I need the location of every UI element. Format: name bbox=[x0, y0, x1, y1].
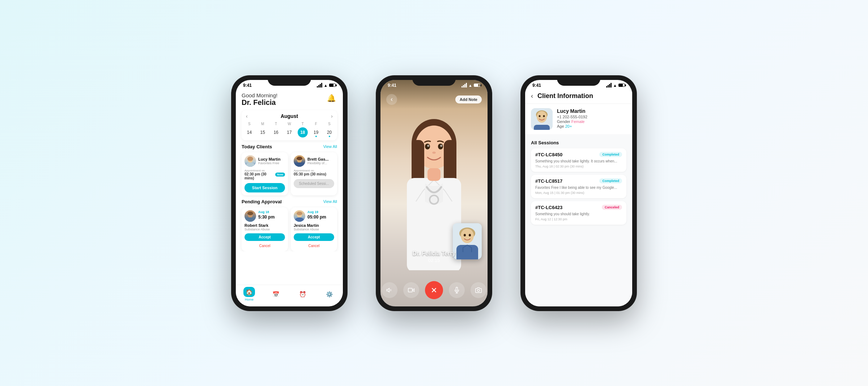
svg-rect-23 bbox=[427, 168, 441, 181]
calendar-icon: 📅 bbox=[270, 289, 282, 299]
today-clients-header: Today Clients View All bbox=[242, 144, 337, 149]
robert-header: Aug 18 5:30 pm bbox=[244, 210, 285, 222]
bell-icon[interactable]: 🔔 bbox=[326, 92, 337, 104]
signal-icon-3 bbox=[606, 83, 612, 88]
status-icons-3: ▲ bbox=[606, 83, 625, 88]
speaker-button[interactable] bbox=[382, 282, 397, 298]
cal-day-20[interactable]: 20 bbox=[324, 127, 335, 137]
add-note-button[interactable]: Add Note bbox=[455, 96, 482, 103]
video-background bbox=[380, 80, 488, 306]
svg-point-4 bbox=[297, 157, 302, 160]
session-2-desc: Something you should take lightly. bbox=[535, 212, 622, 216]
session-0-time: Thu, Aug 18 | 02:30 pm (30 mins) bbox=[535, 165, 622, 168]
brett-appt-row: Appointment on 05:30 pm (30 mins) bbox=[294, 169, 334, 176]
pending-card-robert: Aug 18 5:30 pm Robert Stark Substance Ab… bbox=[242, 207, 288, 251]
wifi-icon-1: ▲ bbox=[324, 83, 328, 88]
notch-3 bbox=[557, 76, 600, 86]
session-1-time: Mon, Aug 15 | 01:30 pm (30 mins) bbox=[535, 191, 622, 195]
signal-icon-2 bbox=[461, 83, 467, 88]
client-profile-avatar bbox=[531, 108, 553, 130]
mic-button[interactable] bbox=[449, 282, 465, 298]
session-1-id: #TC-LC8517 bbox=[535, 178, 562, 184]
robert-avatar bbox=[244, 210, 256, 222]
robert-accept-button[interactable]: Accept bbox=[244, 233, 285, 241]
now-badge: Now bbox=[275, 173, 285, 177]
dashboard-content: Good Morning! Dr. Felicia 🔔 ‹ August › S… bbox=[236, 89, 343, 251]
session-card-1[interactable]: #TC-LC8517 Completed Favorites Free I li… bbox=[531, 175, 626, 198]
svg-point-37 bbox=[477, 289, 480, 291]
session-card-2[interactable]: #TC-LC6423 Canceled Something you should… bbox=[531, 201, 626, 225]
svg-point-8 bbox=[246, 217, 255, 222]
svg-point-5 bbox=[295, 162, 304, 167]
brett-name: Brett Gas... bbox=[307, 157, 329, 161]
cal-next-btn[interactable]: › bbox=[331, 113, 333, 119]
robert-text: Aug 18 5:30 pm bbox=[258, 210, 275, 222]
lucy-appt-row: Appointment on 02:30 pm (30 mins) Now bbox=[244, 169, 285, 180]
lucy-card-header: Lucy Martin Favorites Free bbox=[244, 155, 285, 167]
session-card-0[interactable]: #TC-LC8450 Completed Something you shoul… bbox=[531, 148, 626, 172]
nav-calendar[interactable]: 📅 bbox=[270, 289, 282, 299]
cal-day-17[interactable]: 17 bbox=[284, 127, 294, 137]
jesica-cancel-button[interactable]: Cancel bbox=[294, 244, 334, 248]
battery-icon-1 bbox=[329, 84, 336, 87]
jesica-accept-button[interactable]: Accept bbox=[294, 233, 334, 241]
client-info-content: ‹ Client Information bbox=[525, 89, 632, 306]
end-call-button[interactable] bbox=[425, 281, 443, 299]
robert-cancel-button[interactable]: Cancel bbox=[244, 244, 285, 248]
wifi-icon-3: ▲ bbox=[613, 83, 617, 88]
phone-dashboard: 9:41 ▲ Good Morning! Dr. Felicia 🔔 bbox=[231, 76, 347, 311]
svg-point-1 bbox=[247, 157, 253, 161]
calendar-header: ‹ August › bbox=[243, 113, 336, 121]
jesica-avatar bbox=[294, 210, 305, 222]
caller-name: Dr. Felicia Terry bbox=[380, 250, 488, 257]
svg-point-40 bbox=[537, 111, 547, 123]
session-0-status: Completed bbox=[599, 152, 622, 157]
svg-point-7 bbox=[247, 212, 253, 215]
lucy-info: Lucy Martin Favorites Free bbox=[258, 157, 281, 165]
video-toggle-button[interactable] bbox=[403, 282, 419, 298]
screen-video: ‹ Add Note bbox=[380, 80, 488, 306]
call-timer: 02:15 bbox=[380, 258, 488, 263]
svg-point-2 bbox=[246, 162, 255, 167]
cal-day-15[interactable]: 15 bbox=[258, 127, 268, 137]
svg-point-42 bbox=[543, 115, 545, 117]
session-0-desc: Something you should take lightly. It oc… bbox=[535, 159, 622, 164]
client-age-value: 20+ bbox=[565, 124, 572, 128]
svg-marker-30 bbox=[387, 288, 390, 292]
pending-view-all[interactable]: View All bbox=[323, 199, 337, 204]
lucy-subtitle: Favorites Free bbox=[258, 161, 281, 165]
svg-point-26 bbox=[461, 229, 474, 243]
nav-home[interactable]: 🏠 Home bbox=[243, 287, 255, 301]
settings-icon: ⚙️ bbox=[324, 289, 335, 299]
session-1-header: #TC-LC8517 Completed bbox=[535, 178, 622, 184]
phone-video: ‹ Add Note bbox=[376, 76, 492, 311]
video-back-button[interactable]: ‹ bbox=[386, 94, 397, 105]
greeting-text: Good Morning! Dr. Felicia bbox=[242, 92, 277, 107]
scheduled-session-button[interactable]: Scheduled Sessi... bbox=[294, 179, 334, 188]
client-gender-value: Female bbox=[571, 119, 585, 124]
cal-day-19[interactable]: 19 bbox=[311, 127, 321, 137]
cal-day-16[interactable]: 16 bbox=[271, 127, 281, 137]
cal-day-14[interactable]: 14 bbox=[244, 127, 254, 137]
clock-icon: ⏰ bbox=[297, 289, 309, 299]
screen-client-info: 9:41 ▲ ‹ Client Information bbox=[525, 80, 632, 306]
start-session-button[interactable]: Start Session bbox=[244, 183, 285, 192]
cal-month: August bbox=[281, 113, 298, 119]
session-1-desc: Favorites Free I like being able to see … bbox=[535, 185, 622, 190]
cal-label-t2: T bbox=[296, 121, 309, 127]
brett-card-header: Brett Gas... Flexibility of... bbox=[294, 155, 334, 167]
camera-flip-button[interactable] bbox=[471, 282, 486, 298]
session-0-header: #TC-LC8450 Completed bbox=[535, 152, 622, 157]
client-card-brett: Brett Gas... Flexibility of... Appointme… bbox=[291, 152, 337, 195]
nav-settings[interactable]: ⚙️ bbox=[324, 289, 335, 299]
today-clients-view-all[interactable]: View All bbox=[323, 144, 337, 149]
client-info-back-button[interactable]: ‹ bbox=[531, 92, 533, 100]
status-bar-2: 9:41 ▲ bbox=[380, 80, 488, 89]
status-time-1: 9:41 bbox=[243, 83, 252, 88]
lucy-appt-label: Appointment on 02:30 pm (30 mins) bbox=[244, 169, 275, 180]
session-2-status: Canceled bbox=[602, 205, 622, 210]
nav-clock[interactable]: ⏰ bbox=[297, 289, 309, 299]
cal-day-18[interactable]: 18 bbox=[298, 127, 308, 137]
wifi-icon-2: ▲ bbox=[468, 83, 472, 88]
cal-prev-btn[interactable]: ‹ bbox=[246, 113, 248, 119]
